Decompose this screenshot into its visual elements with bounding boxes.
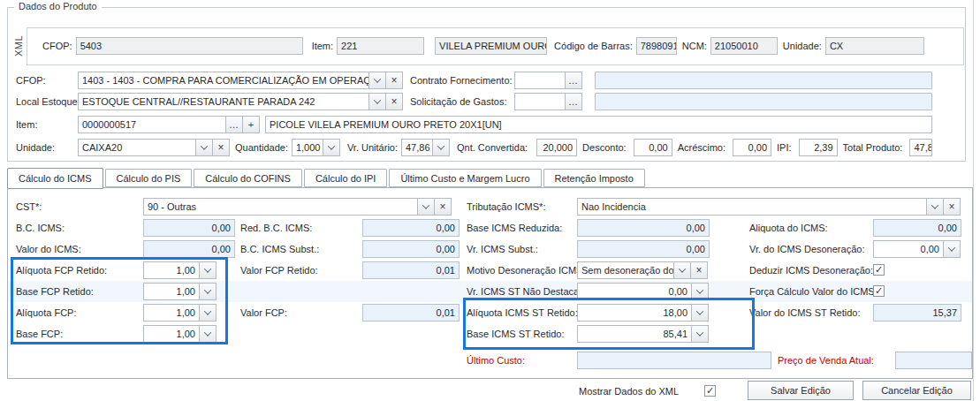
mostrar-xml-label: Mostrar Dados do XML	[579, 382, 679, 400]
deduzir-desoneracao-checkbox[interactable]: ✓	[873, 264, 885, 276]
xml-unit-label: Unidade:	[783, 37, 822, 55]
desconto-label: Desconto:	[582, 139, 627, 156]
vr-subst-field: 0,00	[577, 240, 710, 258]
aliq-fcp-retido-dropdown-button[interactable]	[199, 261, 217, 279]
vr-st-nao-destacado-label: Vr. ICMS ST Não Destacado :	[467, 283, 596, 300]
solicitacao-browse-button[interactable]: …	[565, 93, 582, 110]
valor-icms-st-retido-label: Valor do ICMS ST Retido:	[749, 304, 861, 322]
motivo-desoneracao-combo[interactable]: Sem desoneração do I.C...	[577, 261, 674, 279]
item-code-input[interactable]: 0000000517	[78, 116, 226, 133]
xml-cfop-field: 5403	[76, 37, 303, 55]
tributacao-combo[interactable]: Nao Incidencia	[577, 198, 927, 216]
aliq-fcp-input[interactable]: 1,00	[143, 304, 200, 322]
local-estoque-clear-button[interactable]: ×	[385, 93, 403, 110]
contrato-label: Contrato Fornecimento:	[410, 72, 514, 89]
salvar-edicao-button[interactable]: Salvar Edição	[748, 381, 854, 400]
tab-calculo-ipi[interactable]: Cálculo do IPI	[304, 169, 387, 187]
base-fcp-dropdown-button[interactable]	[199, 325, 217, 343]
contrato-desc-field	[595, 72, 932, 89]
base-fcp-retido-row: Base FCP Retido: 1,00 Vr. ICMS ST Não De…	[0, 283, 980, 300]
xml-product-field: VILELA PREMIUM OURO PR	[435, 37, 547, 55]
base-reduzida-field: 0,00	[577, 219, 710, 237]
aliq-icms-st-retido-dropdown-button[interactable]	[691, 304, 709, 322]
local-estoque-combo[interactable]: ESTOQUE CENTRAL//RESTAURANTE PARADA 242	[78, 93, 369, 110]
contrato-browse-button[interactable]: …	[565, 72, 582, 89]
aliq-icms-st-retido-input[interactable]: 18,00	[577, 304, 692, 322]
cfop-row: CFOP: 1403 - 1403 - COMPRA PARA COMERCIA…	[16, 72, 932, 89]
unidade-dropdown-button[interactable]	[195, 139, 213, 156]
quantidade-input[interactable]: 1,000	[292, 139, 323, 156]
base-fcp-retido-input[interactable]: 1,00	[143, 283, 200, 300]
tributacao-clear-button[interactable]: ×	[943, 198, 961, 216]
motivo-clear-button[interactable]: ×	[690, 261, 708, 279]
aliquota-icms-label: Aliquota do ICMS:	[749, 219, 828, 237]
vr-desoneracao-label: Vr. do ICMS Desoneração:	[749, 240, 864, 258]
chevron-down-icon	[696, 307, 703, 314]
vr-st-nao-destacado-input[interactable]: 0,00	[577, 283, 692, 300]
tab-ultimo-custo-margem[interactable]: Último Custo e Margem Lucro	[389, 169, 541, 187]
cst-clear-button[interactable]: ×	[434, 198, 452, 216]
item-row: Item: 0000000517 … + PICOLE VILELA PREMI…	[16, 116, 932, 133]
local-estoque-row: Local Estoque: ESTOQUE CENTRAL//RESTAURA…	[16, 93, 932, 110]
base-fcp-retido-dropdown-button[interactable]	[199, 283, 217, 300]
motivo-dropdown-button[interactable]	[673, 261, 691, 279]
chevron-down-icon	[931, 201, 938, 208]
xml-ncm-field: 21050010	[710, 37, 778, 55]
cfop-combo[interactable]: 1403 - 1403 - COMPRA PARA COMERCIALIZAÇÃ…	[78, 72, 369, 89]
chevron-down-icon	[374, 75, 381, 82]
cfop-label: CFOP:	[16, 72, 78, 89]
product-edit-window: Dados do Produto XML CFOP: 5403 Item: 22…	[0, 0, 980, 401]
unidade-clear-button[interactable]: ×	[212, 139, 230, 156]
aliq-fcp-retido-input[interactable]: 1,00	[143, 261, 200, 279]
vr-unitario-dropdown-button[interactable]	[432, 139, 450, 156]
chevron-down-icon	[374, 96, 381, 103]
base-icms-st-retido-input[interactable]: 85,41	[577, 325, 692, 343]
chevron-down-icon	[437, 142, 444, 149]
ultimo-custo-field	[577, 352, 771, 369]
unidade-combo[interactable]: CAIXA20	[78, 139, 196, 156]
valor-icms-label: Valor do ICMS:	[16, 240, 81, 258]
tab-calculo-icms[interactable]: Cálculo do ICMS	[7, 168, 103, 189]
valor-fcp-retido-label: Valor FCP Retido:	[240, 261, 318, 279]
forca-calculo-label: Força Cálculo Valor do ICMS:	[749, 283, 877, 300]
base-icms-st-retido-dropdown-button[interactable]	[691, 325, 709, 343]
vr-desoneracao-input[interactable]: 0,00	[873, 240, 944, 258]
ipi-label: IPI:	[777, 139, 792, 156]
valor-fcp-field: 0,01	[362, 304, 460, 322]
base-icms-st-retido-label: Base ICMS ST Retido:	[467, 325, 564, 343]
quantidade-dropdown-button[interactable]	[323, 139, 340, 156]
base-reduzida-label: Base ICMS Reduzida:	[467, 219, 562, 237]
chevron-down-icon	[422, 201, 429, 208]
aliq-fcp-dropdown-button[interactable]	[199, 304, 217, 322]
cst-combo[interactable]: 90 - Outras	[143, 198, 418, 216]
item-add-button[interactable]: +	[242, 116, 260, 133]
tab-retencao-imposto[interactable]: Retenção Imposto	[543, 169, 645, 187]
forca-calculo-checkbox[interactable]: ✓	[873, 285, 885, 297]
vr-unitario-label: Vr. Unitário:	[347, 139, 398, 156]
cst-dropdown-button[interactable]	[417, 198, 435, 216]
cfop-dropdown-button[interactable]	[368, 72, 386, 89]
tab-calculo-pis[interactable]: Cálculo do PIS	[105, 169, 193, 187]
cfop-clear-button[interactable]: ×	[385, 72, 403, 89]
chevron-down-icon	[204, 329, 211, 336]
contrato-input[interactable]	[514, 72, 566, 89]
solicitacao-input[interactable]	[514, 93, 566, 110]
xml-data-row: CFOP: 5403 Item: 221 VILELA PREMIUM OURO…	[42, 37, 946, 55]
aliq-fcp-retido-label: Alíquota FCP Retido:	[16, 261, 107, 279]
cancelar-edicao-button[interactable]: Cancelar Edição	[862, 381, 971, 400]
vr-unitario-input[interactable]: 47,86	[401, 139, 433, 156]
item-browse-button[interactable]: …	[225, 116, 243, 133]
item-desc-field: PICOLE VILELA PREMIUM OURO PRETO 20X1[UN…	[265, 116, 932, 133]
tab-calculo-cofins[interactable]: Cálculo do COFINS	[194, 169, 302, 187]
preco-venda-label: Preço de Venda Atual:	[778, 352, 874, 369]
chevron-down-icon	[204, 307, 211, 314]
red-bc-label: Red. B.C. ICMS:	[240, 219, 312, 237]
local-estoque-dropdown-button[interactable]	[368, 93, 386, 110]
base-fcp-input[interactable]: 1,00	[143, 325, 200, 343]
vr-st-nao-destacado-dropdown-button[interactable]	[691, 283, 709, 300]
mostrar-xml-checkbox[interactable]: ✓	[704, 385, 716, 397]
valor-fcp-retido-field: 0,01	[362, 261, 460, 279]
tributacao-dropdown-button[interactable]	[926, 198, 944, 216]
xml-item-field: 221	[337, 37, 424, 55]
vr-desoneracao-dropdown-button[interactable]	[943, 240, 961, 258]
